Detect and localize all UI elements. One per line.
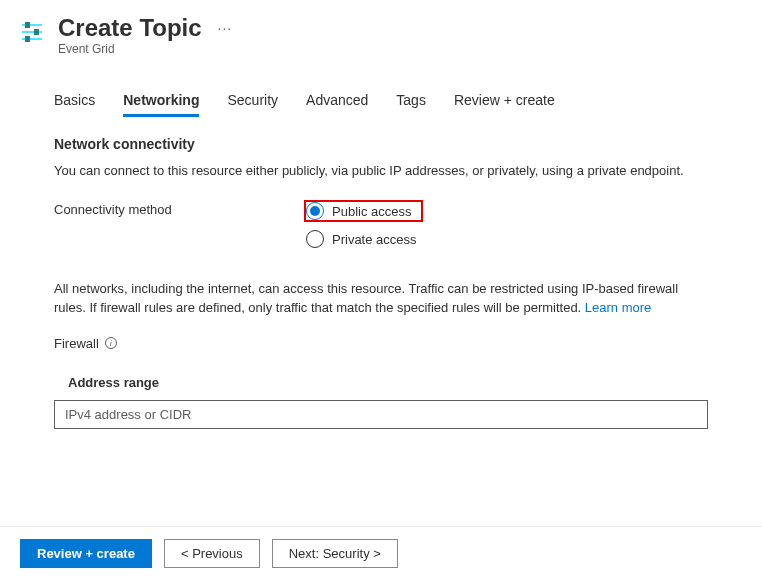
tab-advanced[interactable]: Advanced: [306, 86, 368, 117]
tab-review-create[interactable]: Review + create: [454, 86, 555, 117]
network-connectivity-desc: You can connect to this resource either …: [54, 162, 708, 180]
page-subtitle: Event Grid: [58, 42, 232, 56]
page-header: Create Topic ··· Event Grid: [0, 0, 762, 66]
footer-actions: Review + create < Previous Next: Securit…: [0, 526, 762, 580]
learn-more-link[interactable]: Learn more: [585, 300, 651, 315]
previous-button[interactable]: < Previous: [164, 539, 260, 568]
radio-private-access-label: Private access: [332, 232, 417, 247]
tab-security[interactable]: Security: [227, 86, 278, 117]
firewall-section: Firewall i: [54, 336, 708, 351]
access-description: All networks, including the internet, ca…: [54, 280, 708, 318]
review-create-button[interactable]: Review + create: [20, 539, 152, 568]
radio-public-access-label: Public access: [332, 204, 411, 219]
radio-circle-icon: [306, 202, 324, 220]
page-title: Create Topic: [58, 14, 202, 42]
radio-private-access[interactable]: Private access: [304, 228, 423, 250]
event-grid-icon: [20, 20, 44, 44]
radio-public-access[interactable]: Public access: [304, 200, 423, 222]
tab-bar: Basics Networking Security Advanced Tags…: [54, 86, 708, 118]
connectivity-method-radio-group: Public access Private access: [304, 200, 423, 256]
svg-rect-4: [34, 29, 39, 35]
next-button[interactable]: Next: Security >: [272, 539, 398, 568]
address-range-input[interactable]: [54, 400, 708, 429]
svg-rect-5: [25, 36, 30, 42]
network-connectivity-title: Network connectivity: [54, 136, 708, 152]
tab-basics[interactable]: Basics: [54, 86, 95, 117]
svg-rect-3: [25, 22, 30, 28]
firewall-title: Firewall: [54, 336, 99, 351]
address-range-label: Address range: [68, 375, 708, 390]
tab-networking[interactable]: Networking: [123, 86, 199, 117]
more-actions-button[interactable]: ···: [218, 20, 233, 36]
tab-tags[interactable]: Tags: [396, 86, 426, 117]
info-icon[interactable]: i: [105, 337, 117, 349]
connectivity-method-label: Connectivity method: [54, 200, 304, 217]
radio-circle-icon: [306, 230, 324, 248]
